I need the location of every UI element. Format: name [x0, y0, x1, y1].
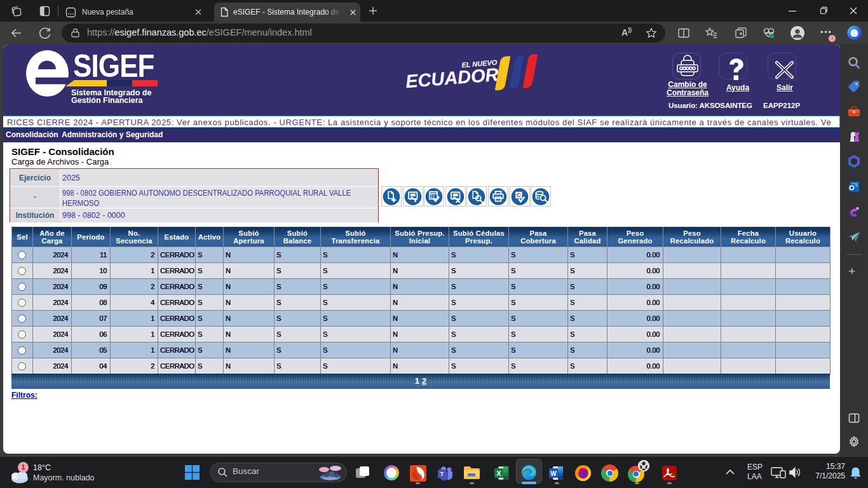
svg-text:C: C: [517, 191, 521, 198]
svg-text:X: X: [496, 470, 501, 477]
svg-text:W: W: [550, 470, 557, 477]
svg-text:T: T: [440, 470, 444, 477]
